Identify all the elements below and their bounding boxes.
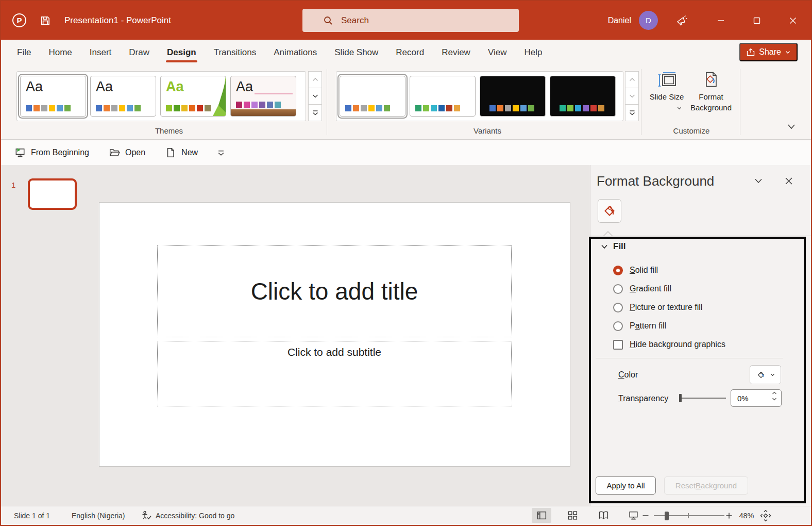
slide-size-button[interactable]: Slide Size: [646, 71, 687, 102]
quick-access-toolbar: From Beginning Open New: [1, 140, 811, 165]
themes-gallery-more-button[interactable]: [308, 104, 322, 121]
theme-aa-sample: Aa: [26, 79, 43, 95]
theme-thumbnail-facet[interactable]: Aa: [160, 76, 226, 117]
minimize-button[interactable]: [703, 1, 739, 40]
share-icon: [746, 47, 755, 57]
tab-record[interactable]: Record: [387, 40, 433, 65]
tab-draw[interactable]: Draw: [120, 40, 158, 65]
zoom-in-button[interactable]: [725, 506, 733, 525]
maximize-button[interactable]: [739, 1, 775, 40]
variant-thumbnail-4[interactable]: [550, 76, 616, 117]
pane-title: Format Background: [597, 173, 714, 189]
variant-thumbnail-2[interactable]: [410, 76, 476, 117]
save-icon[interactable]: [40, 15, 51, 26]
color-dropdown-button[interactable]: [750, 365, 781, 384]
tab-file[interactable]: File: [8, 40, 40, 65]
transparency-value-field[interactable]: 0%: [731, 389, 782, 407]
themes-group-label: Themes: [16, 126, 322, 135]
tab-design[interactable]: Design: [158, 40, 205, 65]
normal-view-button[interactable]: [532, 508, 551, 523]
fit-slide-to-window-button[interactable]: [759, 506, 772, 525]
new-button[interactable]: New: [165, 147, 198, 158]
slide-sorter-view-button[interactable]: [563, 508, 582, 523]
quickbar-overflow-button[interactable]: [217, 150, 225, 156]
search-box[interactable]: [302, 9, 519, 32]
reading-view-button[interactable]: [594, 508, 613, 523]
variant-color-swatches: [415, 105, 460, 111]
radio-label: Pattern fill: [630, 321, 666, 331]
fill-bucket-tab-button[interactable]: [598, 199, 621, 223]
tab-help[interactable]: Help: [515, 40, 551, 65]
collapse-ribbon-chevron-icon[interactable]: [785, 123, 798, 131]
tab-slide-show[interactable]: Slide Show: [326, 40, 387, 65]
subtitle-placeholder[interactable]: Click to add subtitle: [157, 341, 512, 406]
from-beginning-icon: [14, 147, 26, 158]
close-button[interactable]: [775, 1, 811, 40]
share-button[interactable]: Share: [739, 43, 798, 61]
avatar[interactable]: D: [639, 11, 658, 30]
from-beginning-button[interactable]: From Beginning: [14, 147, 89, 158]
theme-thumbnail-gallery[interactable]: Aa: [230, 76, 296, 117]
user-name[interactable]: Daniel: [608, 16, 631, 25]
search-icon: [323, 15, 333, 26]
variant-color-swatches: [489, 105, 534, 111]
accessibility-icon: [141, 506, 152, 525]
transparency-slider-handle[interactable]: [679, 394, 682, 402]
variants-gallery-more-button[interactable]: [625, 104, 639, 121]
zoom-slider-center-tick: [688, 513, 689, 518]
variant-thumbnail-1[interactable]: [340, 76, 405, 117]
slide-1-thumbnail[interactable]: [28, 178, 77, 210]
theme-thumbnail-office-2[interactable]: Aa: [90, 76, 156, 117]
zoom-level[interactable]: 48%: [735, 506, 758, 525]
tab-insert[interactable]: Insert: [81, 40, 121, 65]
coming-soon-megaphone-icon[interactable]: [674, 13, 688, 27]
fill-section-header[interactable]: Fill: [601, 241, 626, 252]
from-beginning-label: From Beginning: [31, 148, 89, 157]
tab-view[interactable]: View: [479, 40, 516, 65]
accessibility-status[interactable]: Accessibility: Good to go: [156, 506, 234, 525]
transparency-spinner[interactable]: [772, 391, 777, 401]
powerpoint-logo-icon[interactable]: P: [12, 13, 26, 27]
title-placeholder[interactable]: Click to add title: [157, 245, 512, 337]
pane-close-icon[interactable]: [784, 176, 793, 186]
theme-aa-sample: Aa: [96, 79, 113, 95]
slide-show-view-button[interactable]: [623, 508, 643, 523]
search-input[interactable]: [341, 15, 496, 26]
variants-scroll-up-button[interactable]: [625, 71, 639, 88]
slide-counter[interactable]: Slide 1 of 1: [14, 506, 50, 525]
variant-thumbnail-3[interactable]: [480, 76, 546, 117]
slide-size-label: Slide Size: [646, 91, 687, 102]
open-button[interactable]: Open: [109, 147, 145, 158]
zoom-out-button[interactable]: [641, 506, 650, 525]
checkbox-hide-background-graphics[interactable]: Hide background graphics: [613, 338, 725, 351]
slide-editing-area: Click to add title Click to add subtitle: [89, 165, 592, 506]
zoom-slider-handle[interactable]: [665, 512, 669, 520]
theme-thumbnail-office[interactable]: Aa: [20, 76, 86, 117]
reset-background-button[interactable]: Reset Background: [664, 476, 748, 495]
tab-review[interactable]: Review: [433, 40, 479, 65]
format-background-label: Format Background: [687, 91, 735, 113]
radio-pattern-fill[interactable]: Pattern fill: [613, 320, 666, 332]
language-indicator[interactable]: English (Nigeria): [72, 506, 125, 525]
tab-transitions[interactable]: Transitions: [205, 40, 265, 65]
pane-section-divider: [596, 358, 783, 358]
variants-gallery: [336, 71, 623, 121]
variants-scroll-down-button[interactable]: [625, 88, 639, 105]
apply-to-all-button[interactable]: Apply to All: [596, 476, 656, 495]
transparency-slider-track[interactable]: [681, 398, 726, 399]
slide-size-icon: [657, 71, 676, 88]
themes-gallery: Aa Aa Aa Aa: [16, 71, 306, 121]
slide-canvas[interactable]: Click to add title Click to add subtitle: [99, 202, 570, 467]
tab-home[interactable]: Home: [40, 40, 80, 65]
radio-gradient-fill[interactable]: Gradient fill: [613, 283, 671, 295]
radio-solid-fill[interactable]: Solid fill: [613, 264, 658, 276]
pane-options-chevron-icon[interactable]: [753, 177, 764, 185]
tab-animations[interactable]: Animations: [265, 40, 326, 65]
pane-tab-divider: [590, 236, 811, 236]
themes-scroll-up-button[interactable]: [308, 71, 322, 88]
ribbon-group-separator: [740, 69, 740, 135]
themes-scroll-down-button[interactable]: [308, 88, 322, 105]
ribbon-group-separator: [641, 69, 641, 135]
radio-picture-or-texture-fill[interactable]: Picture or texture fill: [613, 301, 702, 314]
format-background-button[interactable]: Format Background: [687, 71, 735, 113]
